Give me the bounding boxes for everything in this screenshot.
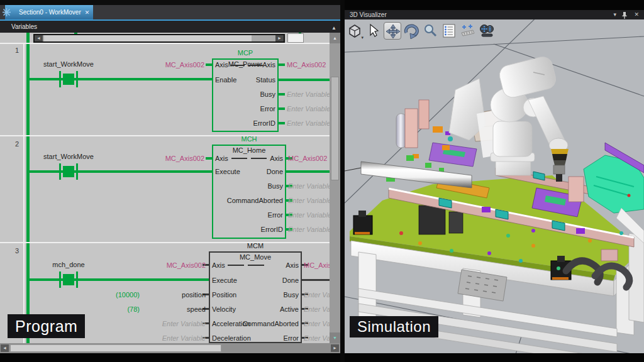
ladder-bottom-scrollbar[interactable]: ◄ ►: [0, 343, 340, 353]
operand-axis-in[interactable]: MC_Axis002: [135, 261, 206, 270]
operand-placeholder[interactable]: Enter Variable: [135, 319, 206, 328]
zoom-icon[interactable]: [421, 22, 439, 40]
scroll-left-icon[interactable]: ◄: [35, 35, 43, 41]
visualizer-title: 3D Visualizer: [345, 11, 387, 18]
pin-label: Status: [223, 75, 275, 84]
select-cursor-icon[interactable]: [365, 22, 382, 40]
monitor-value-position: (10000): [94, 290, 140, 299]
operand-placeholder[interactable]: Enter Variable: [288, 182, 330, 190]
operand-placeholder[interactable]: Enter Variable: [288, 225, 330, 234]
pin-icon[interactable]: [621, 11, 628, 19]
operand-placeholder[interactable]: Enter Variable: [287, 119, 330, 128]
pin-label: ErrorID: [223, 119, 275, 128]
rung-number: 1: [15, 47, 19, 54]
margin-divider: [23, 44, 25, 343]
scrollbar-thumb[interactable]: [10, 344, 221, 352]
rung3-wire: [30, 278, 209, 281]
scroll-right-icon[interactable]: ►: [275, 35, 284, 41]
pan-tool-icon[interactable]: [384, 22, 401, 40]
properties-list-icon[interactable]: [440, 22, 458, 40]
pin-stub: [206, 157, 212, 160]
scroll-up-icon[interactable]: ▲: [330, 33, 340, 43]
operand-placeholder[interactable]: Enter Variable: [304, 334, 330, 343]
operand-position[interactable]: position: [135, 290, 206, 299]
contact-label: mch_done: [52, 261, 84, 268]
contact-start-workmove[interactable]: start_WorkMove: [59, 163, 78, 180]
splitter-handle[interactable]: [287, 33, 304, 43]
fb-instance-name[interactable]: MCM: [209, 242, 302, 250]
bottom-strip: [0, 353, 340, 362]
operand-placeholder[interactable]: Enter Variable: [287, 90, 330, 99]
scroll-left-icon[interactable]: ◄: [1, 344, 9, 352]
top-strip: [0, 0, 340, 5]
scrollbar-track[interactable]: [43, 35, 275, 41]
pin-label: Active: [217, 305, 299, 314]
rung-separator: [0, 43, 340, 44]
rung-number: 3: [15, 247, 19, 255]
operand-axis-in[interactable]: MC_Axis002: [148, 154, 204, 163]
orbit-rotate-icon[interactable]: [402, 22, 420, 40]
operand-axis-out[interactable]: MC_Axis002: [287, 60, 326, 69]
contact-start-workmove[interactable]: start_WorkMove: [59, 71, 78, 87]
panel-divider[interactable]: [340, 0, 345, 362]
movie-capture-icon[interactable]: [478, 22, 496, 40]
visualizer-toolbar: ▾: [346, 22, 496, 40]
ladder-editor-panel: Section0 - WorkMover ✕ Variables ▲ ◄: [0, 0, 340, 362]
operand-placeholder[interactable]: Enter Variable: [287, 104, 330, 113]
pin-label: Error: [217, 334, 299, 343]
pin-stub: [279, 93, 285, 96]
variables-bar[interactable]: Variables ▲: [0, 21, 340, 33]
operand-placeholder[interactable]: Enter Variable: [288, 196, 330, 205]
scrollbar-thumb[interactable]: [44, 35, 252, 41]
pin-label: Axis: [223, 60, 275, 69]
program-overlay-label: Program: [8, 314, 85, 338]
tab-close-icon[interactable]: ✕: [85, 9, 90, 16]
operand-placeholder[interactable]: Enter Variable: [304, 290, 330, 299]
fb-instance-name[interactable]: MCH: [212, 135, 286, 143]
tab-section0-workmover[interactable]: Section0 - WorkMover ✕: [5, 5, 93, 19]
operand-axis-out[interactable]: MC_Axis002: [288, 154, 330, 163]
fb-instance-name[interactable]: MCP: [212, 49, 279, 57]
pin-label: Busy: [217, 290, 299, 299]
measure-icon[interactable]: [459, 22, 477, 40]
application-window: Section0 - WorkMover ✕ Variables ▲ ◄: [0, 0, 644, 362]
fb-type-name: MC_Home: [212, 146, 286, 154]
variables-bar-label: Variables: [0, 23, 37, 30]
pin-label: Axis: [217, 261, 299, 270]
operand-placeholder[interactable]: Enter Variable: [304, 319, 330, 328]
operand-axis-in[interactable]: MC_Axis002: [148, 60, 204, 69]
pin-stub: [206, 63, 212, 66]
chevron-down-icon[interactable]: ▾: [361, 35, 364, 40]
contact-mch-done[interactable]: mch_done: [59, 272, 78, 288]
rung-number: 2: [15, 140, 19, 148]
document-tab-bar: Section0 - WorkMover ✕: [0, 5, 340, 21]
ladder-top-scrollbar[interactable]: ◄ ►: [33, 34, 285, 43]
rung1-wire: [30, 78, 212, 80]
contact-label: start_WorkMove: [43, 60, 94, 68]
close-icon[interactable]: ✕: [634, 11, 639, 19]
visualizer-titlebar[interactable]: 3D Visualizer ▾ ✕: [345, 10, 644, 19]
view-cube-icon[interactable]: ▾: [346, 22, 364, 40]
rung-separator: [0, 135, 340, 136]
pin-label: Done: [217, 276, 299, 285]
pin-label: ErrorID: [219, 225, 283, 234]
pin-stub: [279, 122, 285, 124]
operand-placeholder[interactable]: Enter Variable: [304, 305, 330, 314]
scrollbar-thumb[interactable]: [331, 77, 339, 180]
ladder-canvas[interactable]: ◄ ► 1 start_WorkMove MCP MC_Power Axis: [0, 33, 340, 343]
pin-label: CommandAborted: [217, 319, 299, 328]
pin-label: Error: [223, 104, 275, 113]
3d-viewport[interactable]: ▾: [345, 19, 644, 353]
operand-placeholder[interactable]: Enter Variable: [135, 334, 206, 343]
ladder-vertical-scrollbar[interactable]: ▲ ▼: [330, 33, 340, 343]
pin-label: Done: [219, 167, 283, 176]
pin-label: Error: [219, 211, 283, 219]
chevron-down-icon[interactable]: ▾: [613, 11, 616, 19]
operand-speed[interactable]: speed: [135, 305, 206, 314]
operand-placeholder[interactable]: Enter Variable: [288, 211, 330, 219]
operand-axis-out[interactable]: MC_Axis002: [304, 261, 330, 270]
scroll-down-icon[interactable]: ▼: [330, 332, 340, 343]
pin-label: Busy: [219, 182, 283, 190]
scroll-right-icon[interactable]: ►: [331, 344, 339, 352]
status-wire: [279, 79, 330, 81]
